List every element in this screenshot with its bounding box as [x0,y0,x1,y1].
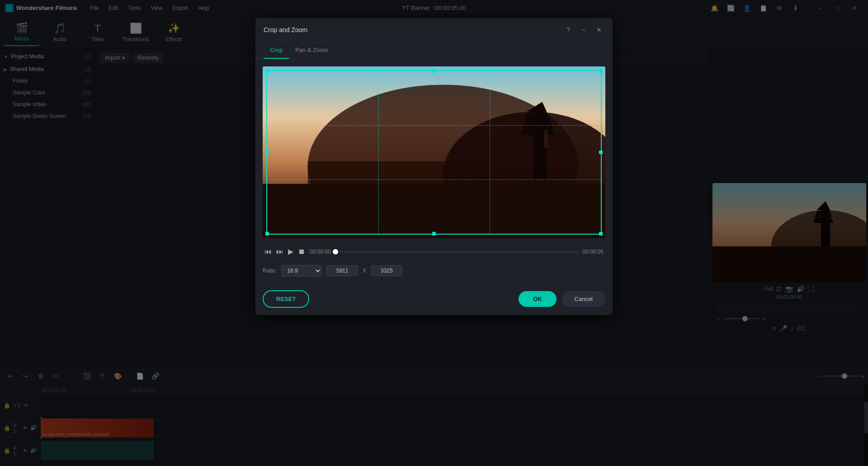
step-back-button[interactable]: ⏮ [264,248,272,256]
ratio-row: Ratio: 16:9 4:3 1:1 9:16 Custom X [263,263,605,278]
crop-canvas-bg [263,66,605,238]
modal-header-icons: ? − ✕ [563,24,604,35]
modal-header: Crop and Zoom ? − ✕ [255,18,613,42]
play-button[interactable]: ▶ [288,247,293,256]
size-separator: X [363,268,366,274]
stop-button[interactable]: ⏹ [298,248,305,256]
svg-rect-11 [263,184,605,238]
pb-current-time: 00:00:00 [310,249,331,255]
crop-canvas-container [263,66,605,238]
svg-marker-15 [522,120,553,127]
modal-body: ⏮ ⏭ ▶ ⏹ 00:00:00 00:00:05 Ratio: 16:9 4:… [255,59,613,286]
crop-bg-svg [263,66,605,238]
frame-back-button[interactable]: ⏭ [276,248,283,256]
ratio-label: Ratio: [263,268,277,274]
modal-title: Crop and Zoom [264,26,558,33]
ratio-select[interactable]: 16:9 4:3 1:1 9:16 Custom [281,265,322,277]
modal-overlay: Crop and Zoom ? − ✕ Crop Pan & Zoom [0,0,868,466]
help-icon[interactable]: ? [563,24,574,35]
crop-zoom-modal: Crop and Zoom ? − ✕ Crop Pan & Zoom [255,18,613,315]
playback-timeline[interactable] [335,251,578,253]
ok-button[interactable]: OK [519,291,557,307]
modal-close-icon[interactable]: ✕ [594,24,604,35]
pb-total-time: 00:00:05 [582,249,604,255]
tab-pan-zoom[interactable]: Pan & Zoom [289,42,334,59]
modal-minimize-icon[interactable]: − [578,24,589,35]
playback-bar: ⏮ ⏭ ▶ ⏹ 00:00:00 00:00:05 [263,244,605,258]
modal-actions: RESET OK Cancel [255,286,613,315]
width-input[interactable] [326,265,358,276]
tab-crop[interactable]: Crop [264,42,289,59]
svg-marker-16 [520,128,555,135]
height-input[interactable] [371,265,402,276]
modal-tabs: Crop Pan & Zoom [255,42,613,59]
svg-marker-14 [524,113,551,120]
svg-rect-17 [544,130,547,148]
cancel-button[interactable]: Cancel [562,291,605,307]
reset-button[interactable]: RESET [263,290,309,308]
playback-head [333,249,338,254]
